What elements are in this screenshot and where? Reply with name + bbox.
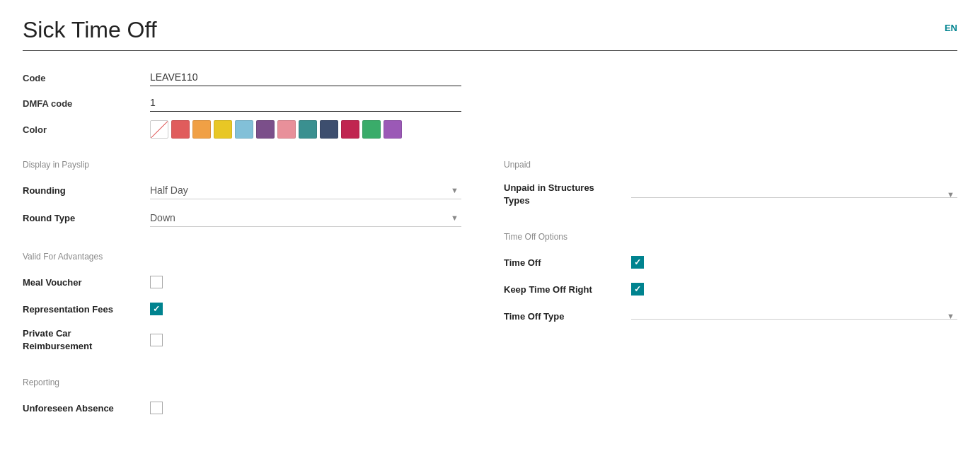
valid-advantages-title: Valid For Advantages [23, 252, 475, 262]
dmfa-label: DMFA code [23, 98, 150, 109]
keep-time-off-label: Keep Time Off Right [504, 284, 631, 295]
color-swatch-orange[interactable] [192, 120, 211, 139]
code-field-row: Code LEAVE110 [23, 65, 957, 90]
representation-fees-checkbox-wrapper [150, 303, 163, 315]
unforeseen-checkbox[interactable] [150, 402, 163, 414]
rounding-dropdown-arrow: ▼ [451, 186, 459, 194]
main-sections: Display in Payslip Rounding Half Day ▼ R… [23, 160, 957, 441]
display-payslip-group: Display in Payslip Rounding Half Day ▼ R… [23, 160, 475, 232]
meal-voucher-checkbox[interactable] [150, 276, 163, 288]
time-off-checkbox[interactable] [631, 256, 644, 269]
rounding-label: Rounding [23, 185, 150, 196]
reporting-title: Reporting [23, 378, 475, 387]
time-off-options-group: Time Off Options Time Off Keep Time Off … [504, 232, 957, 329]
color-swatch-violet[interactable] [384, 120, 402, 139]
dmfa-value: 1 [150, 95, 461, 112]
unpaid-title: Unpaid [504, 160, 957, 170]
private-car-row: Private CarReimbursement [23, 322, 475, 358]
color-swatch-light-blue[interactable] [235, 120, 253, 139]
unpaid-group: Unpaid Unpaid in StructuresTypes ▼ [504, 160, 957, 212]
time-off-options-title: Time Off Options [504, 232, 957, 242]
time-off-type-dropdown-arrow: ▼ [947, 312, 955, 320]
time-off-type-select[interactable]: ▼ [631, 313, 957, 320]
round-type-value: Down [150, 209, 461, 226]
color-swatch-green[interactable] [362, 120, 381, 139]
unforeseen-row: Unforeseen Absence [23, 394, 475, 421]
keep-time-off-row: Keep Time Off Right [504, 276, 957, 303]
time-off-type-label: Time Off Type [504, 311, 631, 322]
time-off-label: Time Off [504, 257, 631, 268]
private-car-checkbox[interactable] [150, 334, 163, 346]
private-car-label: Private CarReimbursement [23, 327, 150, 353]
unforeseen-checkbox-wrapper [150, 402, 163, 414]
dmfa-field-row: DMFA code 1 [23, 90, 957, 116]
color-swatch-dark-blue[interactable] [320, 120, 338, 139]
time-off-checkbox-wrapper [631, 256, 644, 269]
round-type-select[interactable]: Down ▼ [150, 209, 461, 227]
code-value: LEAVE110 [150, 70, 461, 86]
top-fields-section: Code LEAVE110 DMFA code 1 Color [23, 65, 957, 143]
meal-voucher-checkbox-wrapper [150, 276, 163, 288]
keep-time-off-checkbox-wrapper [631, 283, 644, 296]
page-header: Sick Time Off EN [23, 17, 957, 51]
language-badge[interactable]: EN [945, 23, 957, 33]
representation-fees-row: Representation Fees [23, 296, 475, 322]
time-off-type-value [631, 313, 957, 319]
representation-fees-label: Representation Fees [23, 304, 150, 315]
round-type-dropdown-arrow: ▼ [451, 213, 459, 222]
representation-fees-checkbox[interactable] [150, 303, 163, 315]
reporting-group: Reporting Unforeseen Absence [23, 378, 475, 421]
page-title: Sick Time Off [23, 17, 157, 43]
unpaid-structures-dropdown-arrow: ▼ [947, 190, 955, 199]
round-type-row: Round Type Down ▼ [23, 204, 475, 232]
meal-voucher-label: Meal Voucher [23, 277, 150, 288]
color-swatch-yellow[interactable] [214, 120, 232, 139]
color-swatch-purple[interactable] [256, 120, 275, 139]
rounding-select[interactable]: Half Day ▼ [150, 182, 461, 199]
time-off-type-row: Time Off Type ▼ [504, 303, 957, 329]
unpaid-structures-value [631, 192, 957, 197]
unpaid-structures-row: Unpaid in StructuresTypes ▼ [504, 177, 957, 212]
rounding-row: Rounding Half Day ▼ [23, 177, 475, 204]
color-swatches [150, 120, 402, 139]
code-label: Code [23, 73, 150, 83]
meal-voucher-row: Meal Voucher [23, 269, 475, 296]
rounding-value: Half Day [150, 182, 461, 199]
unforeseen-label: Unforeseen Absence [23, 403, 150, 414]
color-label: Color [23, 124, 150, 135]
time-off-row: Time Off [504, 249, 957, 276]
color-swatch-crimson[interactable] [341, 120, 359, 139]
color-field-row: Color [23, 116, 957, 143]
color-swatch-no-color[interactable] [150, 120, 168, 139]
keep-time-off-checkbox[interactable] [631, 283, 644, 296]
unpaid-structures-label: Unpaid in StructuresTypes [504, 182, 631, 207]
color-swatch-red[interactable] [171, 120, 190, 139]
round-type-label: Round Type [23, 213, 150, 223]
private-car-checkbox-wrapper [150, 334, 163, 346]
right-section: Unpaid Unpaid in StructuresTypes ▼ Time … [504, 160, 957, 441]
display-payslip-title: Display in Payslip [23, 160, 475, 170]
unpaid-structures-select[interactable]: ▼ [631, 192, 957, 198]
valid-advantages-group: Valid For Advantages Meal Voucher Repres… [23, 252, 475, 358]
left-section: Display in Payslip Rounding Half Day ▼ R… [23, 160, 504, 441]
page-container: Sick Time Off EN Code LEAVE110 DMFA code… [0, 0, 980, 468]
color-swatch-pink[interactable] [277, 120, 296, 139]
color-swatch-teal[interactable] [299, 120, 317, 139]
